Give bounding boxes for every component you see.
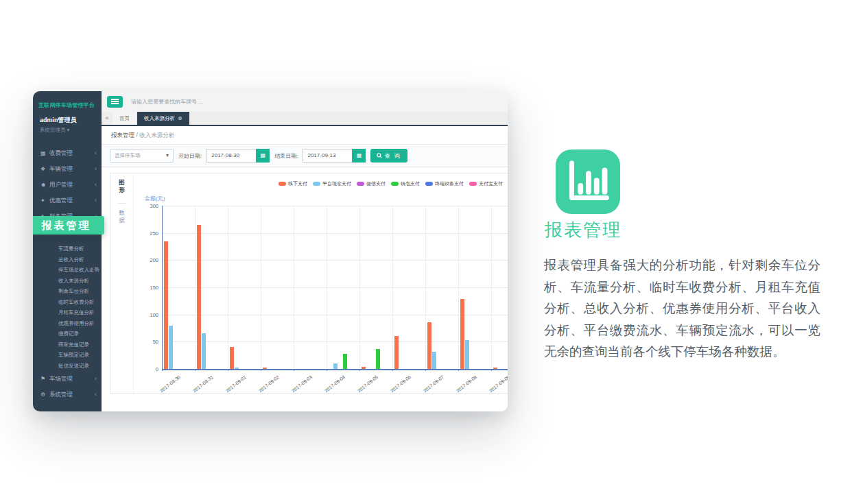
submenu-item-merchant-recharge[interactable]: 商家充值记录 bbox=[33, 339, 102, 350]
x-tick-label: 2017-09-05 bbox=[344, 374, 379, 393]
y-axis-line bbox=[162, 206, 163, 369]
y-tick-label: 250 bbox=[134, 230, 158, 237]
submenu-item-monthly-recharge[interactable]: 月租车充值分析 bbox=[33, 307, 102, 318]
top-navbar: 请输入您需要查找的车牌号 ... bbox=[102, 91, 508, 112]
x-tick-label: 2017-08-30 bbox=[147, 374, 181, 393]
sidebar-item-discount[interactable]: ✦优惠管理‹ bbox=[33, 193, 102, 208]
sidebar: 互联网停车场管理平台 admin管理员 系统管理员 ▾ ▦收费管理‹ ❖车辆管理… bbox=[33, 91, 102, 411]
chart-card: 图形 数据 线下支付平台现金支付微信支付钱包支付终端设备支付支付宝支付 金额(元… bbox=[110, 173, 508, 394]
legend-item-线下支付[interactable]: 线下支付 bbox=[279, 180, 307, 187]
y-tick-label: 0 bbox=[134, 366, 158, 372]
breadcrumb-page: 收入来源分析 bbox=[139, 132, 174, 139]
legend-item-支付宝支付[interactable]: 支付宝支付 bbox=[469, 180, 503, 187]
menu-toggle-button[interactable] bbox=[107, 96, 123, 108]
legend-swatch bbox=[357, 182, 364, 186]
tab-bar: « 首页 收入来源分析⊗ bbox=[102, 112, 508, 126]
tab-scroll-left-icon[interactable]: « bbox=[102, 112, 113, 125]
gridline-y bbox=[162, 315, 508, 315]
car-icon: ❖ bbox=[40, 161, 49, 177]
promo-page: 互联网停车场管理平台 admin管理员 系统管理员 ▾ ▦收费管理‹ ❖车辆管理… bbox=[0, 0, 852, 504]
submenu-item-total-income[interactable]: 总收入分析 bbox=[33, 254, 102, 265]
x-tick-label: 2017-09-02 bbox=[246, 374, 280, 393]
bar-线下支付-2017-08-31 bbox=[197, 225, 201, 369]
legend-item-终端设备支付[interactable]: 终端设备支付 bbox=[425, 180, 464, 187]
sidebar-item-system[interactable]: ⚙系统管理‹ bbox=[33, 387, 102, 403]
submenu-item-income-source[interactable]: 收入来源分析 bbox=[33, 276, 102, 287]
y-tick-label: 150 bbox=[134, 285, 158, 291]
submenu-item-payment-record[interactable]: 缴费记录 bbox=[33, 328, 102, 339]
legend-label: 支付宝支付 bbox=[479, 180, 503, 187]
gridline-x bbox=[294, 206, 294, 369]
view-tab-graph[interactable]: 图形 bbox=[117, 179, 126, 193]
legend-item-微信支付[interactable]: 微信支付 bbox=[357, 180, 386, 187]
sidebar-item-user[interactable]: ☻用户管理‹ bbox=[33, 177, 102, 193]
submenu-item-coupon-usage[interactable]: 优惠券使用分析 bbox=[33, 318, 102, 329]
submenu-item-vehicle-booking[interactable]: 车辆预定记录 bbox=[33, 350, 102, 361]
bar-钱包支付-2017-09-05 bbox=[376, 349, 380, 369]
chart-canvas: 线下支付平台现金支付微信支付钱包支付终端设备支付支付宝支付 金额(元) 0501… bbox=[134, 173, 508, 393]
user-role-dropdown[interactable]: 系统管理员 ▾ bbox=[33, 125, 102, 134]
user-name: admin管理员 bbox=[33, 109, 102, 125]
view-tab-data[interactable]: 数据 bbox=[117, 203, 126, 224]
legend-label: 线下支付 bbox=[288, 180, 307, 187]
sidebar-item-parking-lot[interactable]: ⚑车场管理‹ bbox=[33, 371, 102, 387]
gridline-x bbox=[425, 206, 426, 369]
submenu-item-sms-record[interactable]: 短信发送记录 bbox=[33, 361, 102, 372]
bar-平台现金支付-2017-09-07 bbox=[432, 352, 436, 369]
app-window: 互联网停车场管理平台 admin管理员 系统管理员 ▾ ▦收费管理‹ ❖车辆管理… bbox=[33, 91, 508, 411]
users-icon: ☻ bbox=[40, 177, 49, 193]
gridline-x bbox=[491, 206, 492, 369]
parking-lot-select[interactable]: 选择停车场 ▾ bbox=[110, 149, 174, 163]
legend-label: 微信支付 bbox=[366, 180, 386, 187]
x-tick-label: 2017-09-06 bbox=[377, 374, 412, 393]
chevron-left-icon: ‹ bbox=[95, 161, 97, 177]
gridline-y bbox=[162, 206, 508, 206]
tab-income-source[interactable]: 收入来源分析⊗ bbox=[137, 112, 189, 125]
y-axis-unit-label: 金额(元) bbox=[145, 195, 165, 202]
breadcrumb: 报表管理 / 收入来源分析 bbox=[102, 126, 508, 144]
submenu-item-traffic-analysis[interactable]: 车流量分析 bbox=[33, 243, 102, 254]
promo-description: 报表管理具备强大的分析功能，针对剩余车位分析、车流量分析、临时车收费分析、月租车… bbox=[544, 254, 820, 363]
bar-线下支付-2017-09-07 bbox=[427, 322, 431, 369]
gridline-x bbox=[458, 206, 459, 369]
x-axis-line bbox=[162, 369, 508, 370]
submenu-item-temp-charge[interactable]: 临时车收费分析 bbox=[33, 297, 102, 308]
start-date-input[interactable]: 2017-08-30 bbox=[206, 149, 256, 163]
x-tick-label: 2017-09-08 bbox=[443, 374, 477, 393]
legend-item-钱包支付[interactable]: 钱包支付 bbox=[391, 180, 420, 187]
legend-swatch bbox=[279, 182, 286, 186]
submenu-item-income-trend[interactable]: 停车场总收入走势 bbox=[33, 265, 102, 276]
chevron-left-icon: ‹ bbox=[95, 145, 97, 161]
chart-legend: 线下支付平台现金支付微信支付钱包支付终端设备支付支付宝支付 bbox=[279, 180, 503, 187]
bar-平台现金支付-2017-08-30 bbox=[169, 326, 173, 369]
gridline-x bbox=[261, 206, 261, 369]
calendar-icon[interactable]: ▦ bbox=[352, 149, 366, 163]
tab-home[interactable]: 首页 bbox=[113, 112, 137, 125]
discount-icon: ✦ bbox=[40, 193, 49, 208]
bar-chart-app-icon bbox=[556, 149, 620, 214]
sidebar-menu: ▦收费管理‹ ❖车辆管理‹ ☻用户管理‹ ✦优惠管理‹ ◈财务管理‹ bbox=[33, 145, 102, 224]
bar-平台现金支付-2017-09-08 bbox=[465, 340, 469, 369]
end-date-input[interactable]: 2017-09-13 bbox=[303, 149, 352, 163]
sidebar-item-vehicle[interactable]: ❖车辆管理‹ bbox=[33, 161, 102, 177]
bar-线下支付-2017-08-30 bbox=[164, 241, 168, 369]
bar-平台现金支付-2017-09-04 bbox=[333, 363, 338, 369]
x-tick-label: 2017-09-03 bbox=[279, 374, 313, 393]
close-tab-icon[interactable]: ⊗ bbox=[178, 115, 182, 121]
y-tick-label: 300 bbox=[134, 203, 158, 209]
submenu-item-remaining-space[interactable]: 剩余车位分析 bbox=[33, 286, 102, 297]
bar-线下支付-2017-09-01 bbox=[230, 347, 234, 369]
sidebar-item-charge[interactable]: ▦收费管理‹ bbox=[33, 145, 102, 161]
plate-search-input[interactable]: 请输入您需要查找的车牌号 ... bbox=[131, 98, 203, 106]
breadcrumb-section[interactable]: 报表管理 bbox=[111, 132, 134, 139]
calendar-icon[interactable]: ▦ bbox=[256, 149, 270, 163]
query-button[interactable]: 查 询 bbox=[370, 149, 407, 163]
legend-label: 终端设备支付 bbox=[435, 180, 464, 187]
sidebar-item-reports-active-callout[interactable]: 报表管理 bbox=[33, 216, 104, 235]
gridline-x bbox=[392, 206, 393, 369]
gridline-x bbox=[195, 206, 196, 369]
chevron-left-icon: ‹ bbox=[95, 371, 97, 387]
chevron-left-icon: ‹ bbox=[95, 177, 97, 193]
legend-item-平台现金支付[interactable]: 平台现金支付 bbox=[313, 180, 351, 187]
main-area: 请输入您需要查找的车牌号 ... « 首页 收入来源分析⊗ 报表管理 / 收入来… bbox=[102, 91, 508, 411]
